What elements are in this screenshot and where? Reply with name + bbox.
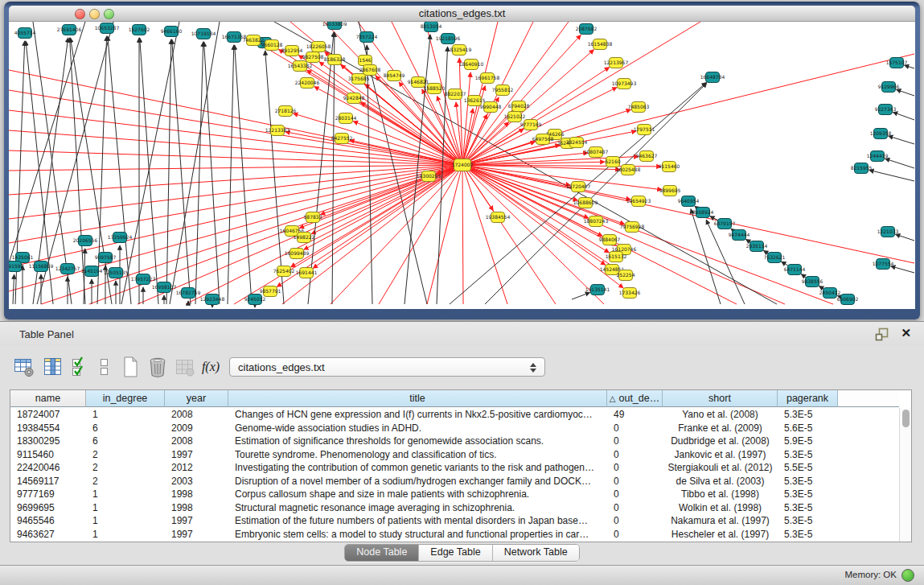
graph-node[interactable]: 1546 — [359, 56, 372, 66]
graph-node[interactable]: 62160 — [605, 157, 620, 167]
function-builder-icon[interactable]: f(x) — [199, 356, 222, 378]
graph-node[interactable]: 16782759 — [176, 288, 201, 299]
graph-node[interactable]: 19384554 — [486, 212, 511, 223]
close-panel-icon[interactable]: ✕ — [901, 326, 911, 340]
tab-edge-table[interactable]: Edge Table — [419, 545, 492, 561]
table-selector[interactable]: citations_edges.txt — [229, 357, 545, 377]
graph-node[interactable]: 1077554 — [873, 259, 894, 270]
graph-node[interactable]: 16033809 — [322, 22, 347, 30]
graph-node[interactable]: 8822037 — [445, 89, 466, 100]
graph-node[interactable]: 7625402 — [273, 266, 295, 277]
graph-node[interactable]: 587833 — [304, 212, 322, 223]
graph-node[interactable]: 252254 — [617, 270, 635, 281]
column-header-pagerank[interactable]: pagerank — [778, 390, 838, 407]
graph-node[interactable]: 9640954 — [678, 196, 700, 207]
column-header-year[interactable]: year — [165, 390, 228, 407]
graph-node[interactable]: 19218596 — [436, 34, 461, 44]
memory-status-icon[interactable] — [901, 569, 914, 582]
table-row[interactable]: 946554611997Estimation of the future num… — [10, 514, 899, 528]
table-row[interactable]: 1938455462009Genome-wide association stu… — [10, 422, 899, 435]
graph-node[interactable]: 2450412 — [819, 288, 841, 299]
new-table-icon[interactable] — [119, 356, 142, 378]
column-header-out_de[interactable]: △out_de… — [607, 390, 663, 407]
graph-node[interactable]: 18226058 — [306, 42, 331, 52]
graph-node[interactable]: 1621022 — [504, 112, 526, 122]
graph-node[interactable]: 1527602 — [129, 25, 150, 35]
column-header-short[interactable]: short — [663, 390, 778, 407]
float-panel-icon[interactable] — [875, 328, 889, 341]
table-row[interactable]: 946362711997Embryonic stem cells: a mode… — [10, 528, 899, 542]
graph-node[interactable]: 12923448 — [200, 295, 225, 305]
table-row[interactable]: 1830029562008Estimation of significance … — [10, 435, 899, 448]
graph-node[interactable]: 4055714 — [14, 28, 36, 39]
table-row[interactable]: 1872400712008Changes of HCN gene express… — [10, 408, 899, 422]
table-scrollbar[interactable] — [899, 408, 911, 542]
graph-node[interactable]: 9463627 — [636, 151, 658, 162]
table-row[interactable]: 1456911722003Disruption of a novel membe… — [10, 475, 899, 488]
graph-node[interactable]: 16671358 — [222, 32, 247, 43]
graph-node[interactable]: 9899695 — [659, 186, 681, 196]
graph-node[interactable]: 10807487 — [584, 147, 609, 158]
graph-node[interactable]: 16099489 — [285, 249, 310, 259]
graph-node[interactable]: 10973493 — [612, 79, 637, 89]
graph-node[interactable]: 9474444 — [729, 230, 750, 241]
graph-node[interactable]: 2935114 — [746, 241, 768, 252]
show-columns-icon[interactable] — [42, 356, 64, 378]
graph-node[interactable]: 1733426 — [619, 288, 641, 299]
graph-node[interactable]: 8912954 — [281, 46, 303, 56]
graph-node[interactable]: 9129966 — [878, 82, 900, 93]
graph-node[interactable]: 10653287 — [95, 23, 120, 34]
graph-node[interactable]: 8215955 — [851, 163, 873, 174]
table-settings-icon[interactable] — [13, 356, 35, 378]
tab-node-table[interactable]: Node Table — [345, 545, 419, 561]
graph-node[interactable]: 6794028 — [508, 101, 530, 112]
graph-hub-node[interactable]: 1724007 — [452, 159, 474, 171]
graph-node[interactable]: 9466160 — [161, 27, 183, 37]
delete-selected-icon[interactable] — [146, 356, 169, 378]
graph-node[interactable]: 7955812 — [492, 85, 514, 96]
graph-node[interactable]: 18640910 — [459, 60, 484, 70]
clear-selection-icon[interactable] — [93, 356, 116, 378]
graph-node[interactable]: 2803144 — [335, 113, 357, 124]
graph-node[interactable]: 27691406 — [57, 25, 82, 35]
column-header-title[interactable]: title — [228, 390, 607, 407]
graph-node[interactable]: 8813054 — [421, 22, 442, 32]
graph-node[interactable]: 16154838 — [588, 39, 613, 50]
delete-table-icon[interactable] — [174, 356, 196, 378]
graph-node[interactable]: 2087682 — [576, 24, 598, 35]
table-row[interactable]: 911546021997Tourette syndrome. Phenomeno… — [10, 448, 899, 462]
graph-node[interactable]: 22420046 — [295, 78, 320, 89]
graph-node[interactable]: 8454749 — [384, 71, 405, 81]
graph-node[interactable]: 17957223 — [131, 274, 156, 285]
network-window-titlebar[interactable]: citations_edges.txt — [9, 6, 915, 22]
graph-node[interactable]: 9990448 — [480, 102, 502, 113]
select-all-icon[interactable] — [69, 356, 92, 378]
graph-node[interactable]: 6506902 — [837, 295, 859, 305]
graph-node[interactable]: 7857224 — [356, 32, 378, 43]
graph-node[interactable]: 7485063 — [628, 102, 650, 113]
graph-node[interactable]: 1221033 — [877, 227, 899, 237]
graph-node[interactable]: 16961758 — [475, 73, 500, 84]
graph-node[interactable]: 7632621 — [764, 253, 786, 263]
graph-node[interactable]: 12213383 — [265, 126, 290, 136]
graph-node[interactable]: 2718126 — [275, 106, 297, 117]
graph-node[interactable]: 16648784 — [700, 72, 725, 83]
column-header-in_degree[interactable]: in_degree — [86, 390, 165, 407]
network-canvas[interactable]: 1724007183002954055714276914061065328715… — [9, 22, 915, 309]
graph-node[interactable]: 9097587 — [95, 253, 117, 263]
graph-node[interactable]: 6471144 — [784, 265, 806, 275]
graph-node[interactable]: 18325419 — [447, 45, 472, 56]
graph-node[interactable]: 1209358 — [870, 129, 892, 139]
graph-node[interactable]: 9838556 — [802, 277, 823, 287]
table-row[interactable]: 969969511998Structural magnetic resonanc… — [10, 501, 899, 515]
graph-node[interactable]: 12213967 — [604, 58, 629, 68]
tab-network-table[interactable]: Network Table — [493, 545, 579, 561]
graph-node[interactable]: 9227343 — [875, 105, 897, 115]
graph-node[interactable]: 79756928 — [620, 222, 645, 233]
graph-node[interactable]: 20206556 — [73, 236, 98, 246]
graph-node[interactable]: 17359924 — [108, 233, 133, 243]
table-row[interactable]: 2242004622012Investigating the contribut… — [10, 461, 899, 475]
graph-node[interactable]: 9857791 — [260, 286, 281, 297]
graph-node[interactable]: 1575107 — [886, 58, 908, 68]
table-scrollbar-thumb[interactable] — [902, 410, 910, 427]
